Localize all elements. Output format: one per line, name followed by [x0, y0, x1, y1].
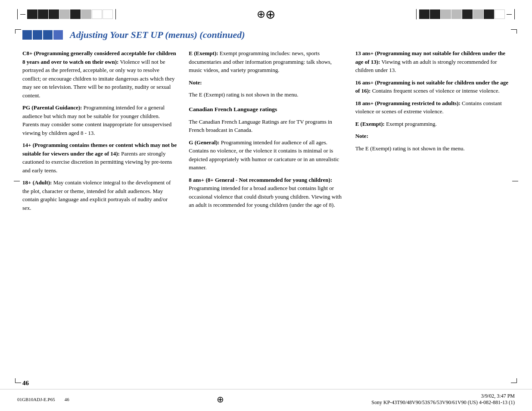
corner-line-tr	[514, 9, 515, 19]
dixhuit-para: 18 ans+ (Programming restricted to adult…	[355, 99, 510, 116]
footer-filename-text: 01GB10ADJ-E.P65	[17, 397, 55, 402]
footer-product: Sony KP-43T90/48V90/53S76/53V90/61V90 (U…	[371, 399, 515, 406]
huit-body: Programming intended for a broad audienc…	[189, 185, 342, 208]
page-number-area: 46	[0, 375, 532, 389]
huit-para: 8 ans+ (8+ General - Not recommended for…	[189, 176, 343, 209]
checker-r7	[484, 9, 494, 19]
checker-r2	[430, 9, 440, 19]
bottom-section: 46 01GB10ADJ-E.P65 46 ⊕ 3/9/02, 3:47 PM …	[0, 375, 532, 411]
checker-r8	[495, 9, 505, 19]
checker-3	[49, 9, 59, 19]
footer-left: 01GB10ADJ-E.P65 46	[17, 397, 69, 402]
bottom-crosshair-icon: ⊕	[217, 394, 224, 405]
seize-para: 16 ans+ (Programming is not suitable for…	[355, 78, 510, 95]
top-bar: ⊕	[0, 0, 532, 25]
corner-line-tl	[17, 9, 18, 19]
title-block-2	[33, 30, 42, 40]
canadian-heading: Canadian French Language ratings	[189, 105, 343, 114]
title-blocks	[22, 30, 64, 40]
note-label-col2: Note:	[189, 78, 343, 87]
title-block-3	[43, 30, 53, 40]
corner-line-right-inner	[416, 9, 417, 19]
top-mark-right	[507, 14, 512, 15]
bottom-crosshair: ⊕	[217, 394, 224, 405]
dixhuit-heading: 18 ans+ (Programming restricted to adult…	[355, 100, 460, 106]
checker-2	[38, 9, 48, 19]
page-title: Adjusting Your SET UP (menus) (continued…	[70, 29, 245, 40]
note-label-col3: Note:	[355, 132, 510, 140]
top-mark	[20, 14, 25, 15]
checker-r1	[419, 9, 429, 19]
title-block-1	[22, 30, 32, 40]
checker-r6	[473, 9, 483, 19]
checker-8	[103, 9, 113, 19]
fourteen-para: 14+ (Programming contains themes or cont…	[22, 141, 177, 174]
pg-heading: PG (Parental Guidance):	[22, 104, 82, 111]
checker-5	[70, 9, 81, 19]
e-para-col3: E (Exempt): Exempt programming.	[355, 120, 510, 128]
e-body-col3: Exempt programming.	[386, 121, 437, 127]
title-section: Adjusting Your SET UP (menus) (continued…	[22, 25, 510, 40]
c8-para: C8+ (Programming generally considered ac…	[22, 49, 177, 100]
page: ⊕	[0, 0, 532, 411]
eighteen-heading: 18+ (Adult):	[22, 179, 52, 186]
checker-6	[81, 9, 91, 19]
canadian-heading-text: Canadian French Language ratings	[189, 106, 277, 112]
bar-right	[416, 9, 515, 19]
note-body-col2: The E (Exempt) rating is not shown in th…	[189, 90, 343, 99]
bar-left	[17, 9, 116, 19]
treize-para: 13 ans+ (Programming may not suitable fo…	[355, 49, 510, 75]
g-heading: G (General):	[189, 139, 219, 146]
huit-heading: 8 ans+ (8+ General - Not recommended for…	[189, 177, 332, 183]
eighteen-para: 18+ (Adult): May contain violence integr…	[22, 178, 177, 212]
title-block-4	[53, 30, 63, 40]
top-crosshair: ⊕	[260, 8, 273, 21]
note-text-col2: Note:	[189, 79, 202, 86]
footer-right: 3/9/02, 3:47 PM Sony KP-43T90/48V90/53S7…	[371, 393, 515, 406]
checker-1	[27, 9, 37, 19]
checker-4	[59, 9, 70, 19]
footer-center-num: 46	[65, 397, 69, 402]
e-heading-col3: E (Exempt):	[355, 121, 385, 127]
footer-date: 3/9/02, 3:47 PM	[371, 393, 515, 399]
checker-7	[92, 9, 102, 19]
checker-r4	[451, 9, 462, 19]
checker-strip-right	[419, 9, 505, 19]
corner-line-tr-inner	[115, 9, 116, 19]
e-para-col2: E (Exempt): Exempt programming includes:…	[189, 49, 343, 75]
col-1: C8+ (Programming generally considered ac…	[22, 49, 189, 216]
e-heading-col2: E (Exempt):	[189, 50, 218, 56]
canadian-intro: The Canadian French Language Ratings are…	[189, 118, 343, 134]
page-number: 46	[22, 380, 29, 387]
note-label-text-col3: Note:	[355, 133, 368, 139]
note-body-col3: The E (Exempt) rating is not shown in th…	[355, 144, 510, 153]
col-2: E (Exempt): Exempt programming includes:…	[189, 49, 355, 216]
checker-r3	[441, 9, 451, 19]
g-para: G (General): Programming intended for au…	[189, 138, 343, 172]
pg-para: PG (Parental Guidance): Programming inte…	[22, 103, 177, 137]
bottom-bar: 01GB10ADJ-E.P65 46 ⊕ 3/9/02, 3:47 PM Son…	[0, 389, 532, 411]
seize-body: Contains frequent scenes of violence or …	[372, 87, 500, 94]
checker-r5	[462, 9, 473, 19]
content-area: Adjusting Your SET UP (menus) (continued…	[0, 25, 532, 216]
footer-filename: 01GB10ADJ-E.P65 46	[17, 397, 69, 402]
three-columns: C8+ (Programming generally considered ac…	[22, 49, 510, 216]
col-3: 13 ans+ (Programming may not suitable fo…	[355, 49, 510, 216]
checker-strip-left	[27, 9, 113, 19]
